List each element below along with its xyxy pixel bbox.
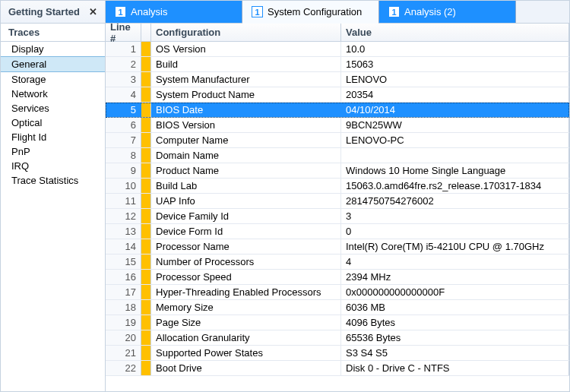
header-configuration[interactable]: Configuration bbox=[151, 24, 341, 41]
table-row[interactable]: 4System Product Name20354 bbox=[106, 87, 569, 103]
cell-configuration: Device Form Id bbox=[151, 224, 341, 239]
tab-analysis[interactable]: 1Analysis bbox=[106, 1, 242, 23]
sidebar-item-storage[interactable]: Storage bbox=[1, 72, 105, 87]
table-row[interactable]: 13Device Form Id0 bbox=[106, 224, 569, 239]
sidebar-item-flight-id[interactable]: Flight Id bbox=[1, 130, 105, 144]
cell-configuration: Domain Name bbox=[151, 148, 341, 163]
row-marker bbox=[141, 224, 151, 239]
sidebar-list: DisplayGeneralStorageNetworkServicesOpti… bbox=[1, 42, 105, 391]
main-area: Traces DisplayGeneralStorageNetworkServi… bbox=[1, 24, 569, 391]
cell-value: 15063 bbox=[341, 57, 569, 71]
table-row[interactable]: 6BIOS Version9BCN25WW bbox=[106, 118, 569, 133]
sidebar-item-network[interactable]: Network bbox=[1, 87, 105, 101]
table-row[interactable]: 2Build15063 bbox=[106, 57, 569, 72]
row-marker bbox=[141, 254, 151, 269]
table-row[interactable]: 5BIOS Date04/10/2014 bbox=[106, 103, 569, 118]
cell-configuration: Computer Name bbox=[151, 133, 341, 147]
row-marker bbox=[141, 285, 151, 299]
cell-configuration: Number of Processors bbox=[151, 254, 341, 269]
table-row[interactable]: 20Allocation Granularity65536 Bytes bbox=[106, 330, 569, 346]
cell-line-number: 20 bbox=[106, 330, 141, 345]
table-row[interactable]: 7Computer NameLENOVO-PC bbox=[106, 133, 569, 148]
row-marker bbox=[141, 133, 151, 147]
cell-line-number: 19 bbox=[106, 315, 141, 330]
cell-configuration: Allocation Granularity bbox=[151, 330, 341, 345]
row-marker bbox=[141, 87, 151, 102]
cell-value: LENOVO bbox=[341, 72, 569, 87]
cell-line-number: 3 bbox=[106, 72, 141, 87]
row-marker bbox=[141, 239, 151, 254]
tab-analysis-2-[interactable]: 1Analysis (2) bbox=[379, 1, 516, 23]
table-row[interactable]: 14Processor NameIntel(R) Core(TM) i5-421… bbox=[106, 239, 569, 254]
table-row[interactable]: 16Processor Speed2394 MHz bbox=[106, 270, 569, 285]
row-marker bbox=[141, 330, 151, 345]
row-marker bbox=[141, 163, 151, 178]
row-marker bbox=[141, 148, 151, 163]
row-marker bbox=[141, 42, 151, 56]
row-marker bbox=[141, 361, 151, 375]
sidebar-item-optical[interactable]: Optical bbox=[1, 115, 105, 130]
cell-line-number: 10 bbox=[106, 179, 141, 193]
grid-body[interactable]: 1OS Version10.02Build150633System Manufa… bbox=[106, 42, 569, 391]
cell-line-number: 12 bbox=[106, 209, 141, 223]
close-icon[interactable]: ✕ bbox=[86, 6, 100, 17]
cell-line-number: 7 bbox=[106, 133, 141, 147]
table-row[interactable]: 19Page Size4096 Bytes bbox=[106, 315, 569, 330]
cell-line-number: 13 bbox=[106, 224, 141, 239]
row-marker bbox=[141, 194, 151, 208]
sidebar: Traces DisplayGeneralStorageNetworkServi… bbox=[1, 24, 106, 391]
row-marker bbox=[141, 57, 151, 71]
sidebar-item-general[interactable]: General bbox=[1, 56, 105, 72]
cell-configuration: Processor Speed bbox=[151, 270, 341, 284]
table-row[interactable]: 10Build Lab15063.0.amd64fre.rs2_release.… bbox=[106, 179, 569, 194]
cell-configuration: Supported Power States bbox=[151, 346, 341, 360]
cell-value: 20354 bbox=[341, 87, 569, 102]
sidebar-item-irq[interactable]: IRQ bbox=[1, 159, 105, 173]
table-row[interactable]: 17Hyper-Threading Enabled Processors0x00… bbox=[106, 285, 569, 300]
sidebar-item-trace-statistics[interactable]: Trace Statistics bbox=[1, 173, 105, 188]
cell-value: 04/10/2014 bbox=[341, 103, 569, 117]
tab-badge-icon: 1 bbox=[115, 6, 126, 17]
cell-value: 2814750754276002 bbox=[341, 194, 569, 208]
app-root: Getting Started ✕ 1Analysis1System Confi… bbox=[0, 0, 570, 392]
sidebar-item-pnp[interactable]: PnP bbox=[1, 144, 105, 159]
cell-line-number: 17 bbox=[106, 285, 141, 299]
table-row[interactable]: 15Number of Processors4 bbox=[106, 254, 569, 270]
cell-value: 9BCN25WW bbox=[341, 118, 569, 132]
table-row[interactable]: 9Product NameWindows 10 Home Single Lang… bbox=[106, 163, 569, 179]
table-row[interactable]: 12Device Family Id3 bbox=[106, 209, 569, 224]
tab-badge-icon: 1 bbox=[252, 6, 263, 17]
cell-line-number: 2 bbox=[106, 57, 141, 71]
sidebar-header: Getting Started ✕ bbox=[1, 1, 106, 23]
tab-system-configuration[interactable]: 1System Configuration bbox=[242, 1, 379, 24]
sidebar-item-display[interactable]: Display bbox=[1, 42, 105, 56]
table-row[interactable]: 1OS Version10.0 bbox=[106, 42, 569, 57]
tab-label: Analysis bbox=[131, 6, 167, 17]
table-row[interactable]: 3System ManufacturerLENOVO bbox=[106, 72, 569, 87]
header-line-number[interactable]: Line # bbox=[106, 24, 141, 41]
cell-value: LENOVO-PC bbox=[341, 133, 569, 147]
cell-value: 6036 MB bbox=[341, 300, 569, 315]
row-marker bbox=[141, 179, 151, 193]
data-grid: Line # Configuration Value 1OS Version10… bbox=[106, 24, 569, 391]
table-row[interactable]: 18Memory Size6036 MB bbox=[106, 300, 569, 315]
cell-value: 65536 Bytes bbox=[341, 330, 569, 345]
row-marker bbox=[141, 315, 151, 330]
sidebar-item-services[interactable]: Services bbox=[1, 101, 105, 115]
cell-configuration: Build bbox=[151, 57, 341, 71]
table-row[interactable]: 22Boot DriveDisk 0 - Drive C - NTFS bbox=[106, 361, 569, 376]
cell-configuration: BIOS Date bbox=[151, 103, 341, 117]
cell-line-number: 6 bbox=[106, 118, 141, 132]
cell-configuration: Build Lab bbox=[151, 179, 341, 193]
cell-configuration: Boot Drive bbox=[151, 361, 341, 375]
cell-configuration: OS Version bbox=[151, 42, 341, 56]
table-row[interactable]: 21Supported Power StatesS3 S4 S5 bbox=[106, 346, 569, 361]
header-value[interactable]: Value bbox=[341, 24, 569, 41]
table-row[interactable]: 8Domain Name bbox=[106, 148, 569, 163]
table-row[interactable]: 11UAP Info2814750754276002 bbox=[106, 194, 569, 209]
tab-badge-icon: 1 bbox=[388, 6, 400, 17]
grid-header: Line # Configuration Value bbox=[106, 24, 569, 42]
cell-line-number: 8 bbox=[106, 148, 141, 163]
cell-line-number: 9 bbox=[106, 163, 141, 178]
row-marker bbox=[141, 270, 151, 284]
